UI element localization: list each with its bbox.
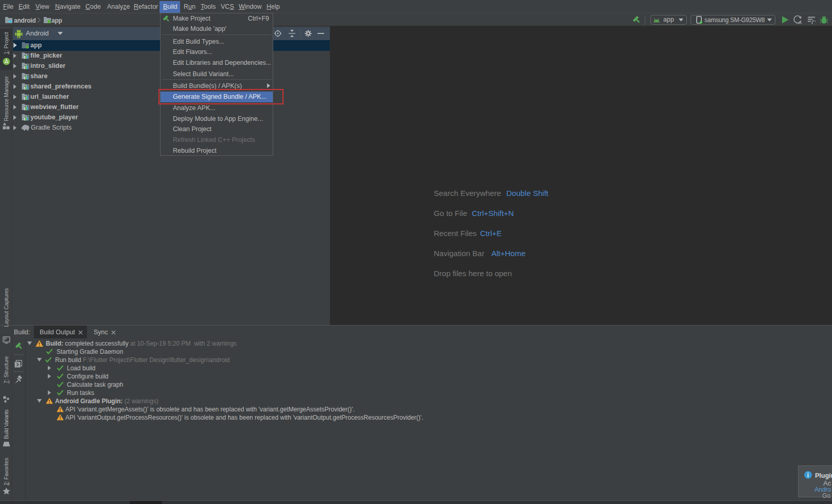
- svg-text:A: A: [799, 20, 802, 25]
